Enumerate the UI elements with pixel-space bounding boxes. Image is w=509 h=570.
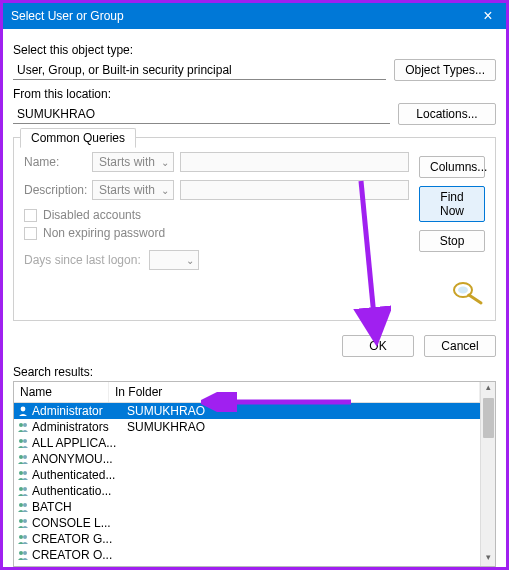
row-name: CREATOR O... [32,548,123,562]
row-name: CONSOLE L... [32,516,123,530]
row-name: Authenticatio... [32,484,123,498]
chevron-down-icon: ⌄ [161,185,169,196]
table-row[interactable]: ALL APPLICA... [14,435,480,451]
svg-point-4 [19,423,23,427]
group-icon [16,436,30,450]
svg-line-1 [469,295,481,303]
search-results-label: Search results: [13,365,496,379]
results-scrollbar[interactable]: ▴ ▾ [480,382,495,566]
table-row[interactable]: CREATOR O... [14,547,480,563]
name-filter-label: Name: [24,155,86,169]
chevron-down-icon: ⌄ [161,157,169,168]
desc-mode-combo[interactable]: Starts with⌄ [92,180,174,200]
row-folder: SUMUKHRAO [123,404,480,418]
row-name: ALL APPLICA... [32,436,123,450]
nonexpiring-checkbox[interactable] [24,227,37,240]
svg-point-17 [23,519,27,523]
svg-point-19 [23,535,27,539]
results-header: Name In Folder [14,382,480,403]
ok-button[interactable]: OK [342,335,414,357]
close-icon[interactable]: × [478,7,498,25]
group-icon [16,484,30,498]
svg-point-10 [19,471,23,475]
svg-point-3 [21,407,26,412]
table-row[interactable]: BATCH [14,499,480,515]
days-logon-label: Days since last logon: [24,253,141,267]
stop-button[interactable]: Stop [419,230,485,252]
table-row[interactable]: AdministratorsSUMUKHRAO [14,419,480,435]
desc-filter-label: Description: [24,183,86,197]
table-row[interactable]: CREATOR G... [14,531,480,547]
svg-point-11 [23,471,27,475]
desc-filter-input[interactable] [180,180,409,200]
svg-point-5 [23,423,27,427]
common-queries-tab[interactable]: Common Queries [20,128,136,148]
svg-point-15 [23,503,27,507]
object-type-field[interactable] [13,60,386,80]
name-mode-combo[interactable]: Starts with⌄ [92,152,174,172]
svg-point-16 [19,519,23,523]
user-icon [16,404,30,418]
common-queries-frame: Common Queries Name: Starts with⌄ Descri… [13,137,496,321]
group-icon [16,548,30,562]
cancel-button[interactable]: Cancel [424,335,496,357]
search-find-icon [449,278,485,306]
row-name: Administrator [32,404,123,418]
group-icon [16,516,30,530]
name-filter-input[interactable] [180,152,409,172]
row-folder: SUMUKHRAO [123,420,480,434]
group-icon [16,420,30,434]
titlebar: Select User or Group × [3,3,506,29]
days-logon-combo[interactable]: ⌄ [149,250,199,270]
columns-button[interactable]: Columns... [419,156,485,178]
table-row[interactable]: ANONYMOU... [14,451,480,467]
svg-point-20 [19,551,23,555]
scroll-up-icon[interactable]: ▴ [481,382,496,396]
svg-point-14 [19,503,23,507]
scroll-down-icon[interactable]: ▾ [481,552,496,566]
svg-point-21 [23,551,27,555]
locations-button[interactable]: Locations... [398,103,496,125]
svg-point-12 [19,487,23,491]
svg-point-6 [19,439,23,443]
svg-point-8 [19,455,23,459]
chevron-down-icon: ⌄ [186,255,194,266]
group-icon [16,452,30,466]
object-type-label: Select this object type: [13,43,496,57]
row-name: BATCH [32,500,123,514]
column-name[interactable]: Name [14,382,109,402]
find-now-button[interactable]: Find Now [419,186,485,222]
row-name: CREATOR G... [32,532,123,546]
svg-point-2 [458,287,468,294]
group-icon [16,532,30,546]
disabled-label: Disabled accounts [43,208,141,222]
nonexpiring-label: Non expiring password [43,226,165,240]
location-label: From this location: [13,87,496,101]
table-row[interactable]: AdministratorSUMUKHRAO [14,403,480,419]
svg-point-7 [23,439,27,443]
location-field[interactable] [13,104,390,124]
scroll-thumb[interactable] [483,398,494,438]
column-folder[interactable]: In Folder [109,382,480,402]
disabled-checkbox[interactable] [24,209,37,222]
group-icon [16,500,30,514]
table-row[interactable]: CONSOLE L... [14,515,480,531]
window-title: Select User or Group [11,9,478,23]
row-name: ANONYMOU... [32,452,123,466]
table-row[interactable]: Authenticated... [14,467,480,483]
svg-point-9 [23,455,27,459]
svg-point-13 [23,487,27,491]
group-icon [16,468,30,482]
results-listview[interactable]: Name In Folder AdministratorSUMUKHRAOAdm… [13,381,496,567]
object-types-button[interactable]: Object Types... [394,59,496,81]
row-name: Administrators [32,420,123,434]
table-row[interactable]: Authenticatio... [14,483,480,499]
row-name: Authenticated... [32,468,123,482]
svg-point-18 [19,535,23,539]
